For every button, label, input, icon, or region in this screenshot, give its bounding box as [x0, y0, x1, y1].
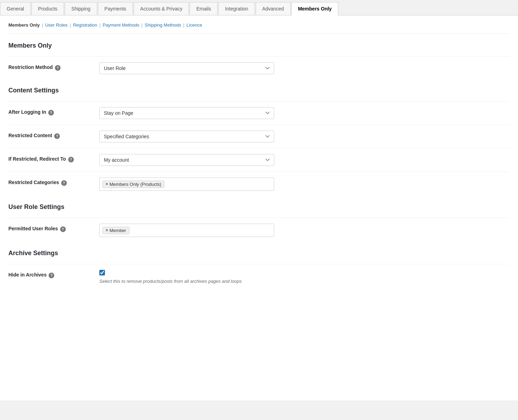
label-text-hide-in-archives: Hide in Archives	[8, 272, 47, 278]
select-if-restricted-redirect-to[interactable]: My accountHome PageShopCustom URL	[99, 154, 274, 166]
help-icon-permitted-user-roles[interactable]: ?	[60, 226, 66, 232]
form-row-restricted-content: Restricted Content?Specified CategoriesA…	[8, 125, 510, 148]
form-row-restriction-method: Restriction Method?User RoleIP AddressEm…	[8, 56, 510, 80]
label-text-after-logging-in: After Logging In	[8, 109, 46, 115]
select-restriction-method[interactable]: User RoleIP AddressEmail Domain	[99, 62, 274, 74]
form-field-restricted-categories: ×Members Only (Products)	[99, 177, 510, 191]
label-text-restriction-method: Restriction Method	[8, 64, 53, 70]
tab-bar: GeneralProductsShippingPaymentsAccounts …	[0, 0, 518, 15]
form-row-restricted-categories: Restricted Categories?×Members Only (Pro…	[8, 172, 510, 196]
breadcrumb-item-registration[interactable]: Registration	[73, 22, 97, 28]
form-field-after-logging-in: Stay on PageRedirect to HomeRedirect to …	[99, 107, 510, 119]
form-label-restricted-content: Restricted Content?	[8, 131, 99, 139]
form-label-after-logging-in: After Logging In?	[8, 107, 99, 115]
help-icon-after-logging-in[interactable]: ?	[48, 110, 54, 115]
section-heading-content-settings: Content Settings	[8, 87, 510, 94]
tag-input-restricted-categories[interactable]: ×Members Only (Products)	[99, 177, 274, 191]
breadcrumb-item-user-roles[interactable]: User Roles	[45, 22, 68, 28]
tab-general[interactable]: General	[0, 2, 31, 15]
breadcrumb-separator: |	[42, 22, 43, 28]
help-icon-hide-in-archives[interactable]: ?	[49, 273, 54, 278]
breadcrumb-separator: |	[183, 22, 184, 28]
help-icon-restriction-method[interactable]: ?	[55, 65, 61, 71]
tab-advanced[interactable]: Advanced	[256, 2, 291, 15]
checkbox-hide-in-archives[interactable]	[99, 270, 105, 275]
form-row-permitted-user-roles: Permitted User Roles?×Member	[8, 218, 510, 243]
breadcrumb-separator: |	[141, 22, 142, 28]
section-heading-archive-settings: Archive Settings	[8, 250, 510, 257]
checkbox-wrapper-hide-in-archives	[99, 270, 510, 276]
form-label-if-restricted-redirect-to: If Restricted, Redirect To?	[8, 154, 99, 162]
help-icon-restricted-categories[interactable]: ?	[61, 180, 67, 186]
tag-item: ×Members Only (Products)	[102, 181, 164, 188]
form-label-restricted-categories: Restricted Categories?	[8, 177, 99, 186]
sections-container: Members OnlyRestriction Method?User Role…	[8, 42, 510, 289]
help-icon-if-restricted-redirect-to[interactable]: ?	[68, 157, 74, 162]
tab-emails[interactable]: Emails	[190, 2, 218, 15]
form-row-hide-in-archives: Hide in Archives?Select this to remove p…	[8, 264, 510, 289]
label-text-if-restricted-redirect-to: If Restricted, Redirect To	[8, 156, 66, 162]
label-text-permitted-user-roles: Permitted User Roles	[8, 226, 58, 231]
tag-remove-btn[interactable]: ×	[106, 228, 108, 233]
breadcrumb: Members Only|User Roles|Registration|Pay…	[8, 22, 510, 34]
form-row-if-restricted-redirect-to: If Restricted, Redirect To?My accountHom…	[8, 148, 510, 172]
tab-members-only[interactable]: Members Only	[291, 2, 338, 15]
checkbox-description-hide-in-archives: Select this to remove products/posts fro…	[99, 279, 510, 284]
select-restricted-content[interactable]: Specified CategoriesAll ProductsSelected…	[99, 131, 274, 142]
main-content: Members Only|User Roles|Registration|Pay…	[0, 15, 518, 400]
help-icon-restricted-content[interactable]: ?	[54, 133, 60, 139]
form-label-restriction-method: Restriction Method?	[8, 62, 99, 71]
section-heading-user-role-settings: User Role Settings	[8, 203, 510, 211]
form-label-hide-in-archives: Hide in Archives?	[8, 270, 99, 278]
breadcrumb-item-licence[interactable]: Licence	[186, 22, 202, 28]
breadcrumb-item-payment-methods[interactable]: Payment Methods	[102, 22, 139, 28]
breadcrumb-item-shipping-methods[interactable]: Shipping Methods	[145, 22, 181, 28]
tab-accounts-privacy[interactable]: Accounts & Privacy	[134, 2, 189, 15]
section-heading-members-only: Members Only	[8, 42, 510, 49]
tab-integration[interactable]: Integration	[218, 2, 255, 15]
label-text-restricted-content: Restricted Content	[8, 133, 52, 138]
label-text-restricted-categories: Restricted Categories	[8, 180, 59, 185]
breadcrumb-item-members-only: Members Only	[8, 22, 40, 28]
form-field-permitted-user-roles: ×Member	[99, 224, 510, 237]
select-after-logging-in[interactable]: Stay on PageRedirect to HomeRedirect to …	[99, 107, 274, 119]
tag-item: ×Member	[102, 227, 129, 234]
tag-input-permitted-user-roles[interactable]: ×Member	[99, 224, 274, 237]
tab-payments[interactable]: Payments	[98, 2, 133, 15]
tag-label: Member	[109, 228, 126, 233]
form-row-after-logging-in: After Logging In?Stay on PageRedirect to…	[8, 101, 510, 125]
form-field-hide-in-archives: Select this to remove products/posts fro…	[99, 270, 510, 284]
breadcrumb-separator: |	[70, 22, 71, 28]
tag-label: Members Only (Products)	[109, 182, 161, 187]
form-field-if-restricted-redirect-to: My accountHome PageShopCustom URL	[99, 154, 510, 166]
form-field-restriction-method: User RoleIP AddressEmail Domain	[99, 62, 510, 74]
breadcrumb-separator: |	[99, 22, 100, 28]
tag-remove-btn[interactable]: ×	[106, 182, 108, 187]
tab-products[interactable]: Products	[31, 2, 64, 15]
form-label-permitted-user-roles: Permitted User Roles?	[8, 224, 99, 232]
form-field-restricted-content: Specified CategoriesAll ProductsSelected…	[99, 131, 510, 142]
tab-shipping[interactable]: Shipping	[65, 2, 97, 15]
